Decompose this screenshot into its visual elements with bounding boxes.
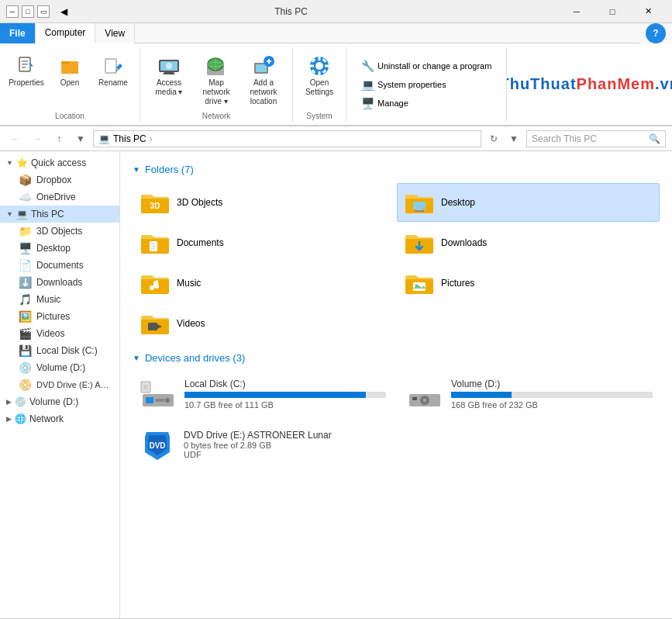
location-group-label: Location: [55, 109, 84, 120]
system-props-button[interactable]: 💻 System properties: [356, 76, 497, 93]
ribbon-tabs: File Computer View ?: [0, 23, 672, 43]
svg-rect-33: [416, 209, 422, 210]
map-drive-button[interactable]: Map network drive ▾: [195, 51, 238, 109]
dvd-drive-icon: DVD: [139, 426, 176, 463]
sidebar-item-music[interactable]: 🎵 Music: [12, 291, 119, 308]
videos-label: Videos: [36, 328, 64, 339]
up-button[interactable]: ↑: [50, 130, 68, 148]
maximize-button[interactable]: □: [594, 0, 630, 23]
folder-pictures-icon: [404, 269, 435, 297]
sidebar-item-desktop[interactable]: 🖥️ Desktop: [12, 240, 119, 257]
sidebar-item-onedrive[interactable]: ☁️ OneDrive: [12, 188, 119, 206]
sidebar-item-pictures[interactable]: 🖼️ Pictures: [12, 308, 119, 325]
access-media-button[interactable]: Access media ▾: [146, 51, 191, 99]
sidebar-item-dropbox[interactable]: 📦 Dropbox: [12, 171, 119, 188]
svg-rect-42: [148, 323, 157, 330]
svg-rect-44: [146, 397, 153, 403]
folder-music-icon: [140, 269, 171, 297]
sidebar-item-network[interactable]: ▶ 🌐 Network: [0, 410, 119, 427]
watermark-area: ThuThuatPhanMem.vn: [507, 47, 672, 122]
folder-pictures-label: Pictures: [441, 278, 474, 289]
manage-button[interactable]: 🖥️ Manage: [356, 95, 497, 112]
folder-downloads[interactable]: Downloads: [397, 223, 660, 262]
address-bar: ← → ↑ ▼ 💻 This PC › ↻ ▼ Search This PC 🔍: [0, 126, 672, 151]
folder-3d-objects[interactable]: 3D 3D Objects: [133, 183, 395, 222]
dvd-icon: 📀: [19, 379, 32, 391]
content-area: ▼ Folders (7) 3D 3D Objects: [120, 151, 672, 618]
back-button[interactable]: ←: [6, 130, 25, 148]
sidebar-item-quick-access[interactable]: ▼ ⭐ Quick access: [0, 154, 119, 171]
documents-icon: 📄: [19, 259, 32, 271]
search-placeholder: Search This PC: [532, 133, 597, 144]
sidebar-item-videos[interactable]: 🎬 Videos: [12, 325, 119, 342]
3d-objects-icon: 📁: [19, 225, 32, 237]
volume-d-icon: 💿: [19, 361, 32, 374]
folders-chevron[interactable]: ▼: [133, 165, 140, 174]
tab-file[interactable]: File: [0, 23, 36, 43]
volume-d2-icon: 💿: [15, 396, 26, 407]
refresh-button[interactable]: ↻: [484, 130, 503, 148]
sidebar: ▼ ⭐ Quick access 📦 Dropbox ☁️ OneDrive ▼…: [0, 151, 120, 618]
pictures-icon: 🖼️: [19, 310, 32, 323]
breadcrumb-computer: This PC: [113, 133, 146, 144]
devices-section-header: ▼ Devices and drives (3): [133, 352, 660, 364]
uninstall-button[interactable]: 🔧 Uninstall or change a program: [356, 57, 497, 74]
devices-chevron[interactable]: ▼: [133, 354, 140, 362]
dvd-space: 0 bytes free of 2.89 GB: [184, 441, 332, 450]
drive-volume-d[interactable]: Volume (D:) 168 GB free of 232 GB: [399, 372, 660, 417]
add-location-label: Add a network location: [243, 78, 284, 106]
folder-music[interactable]: Music: [133, 264, 395, 303]
forward-button[interactable]: →: [28, 130, 47, 148]
rename-label: Rename: [98, 78, 128, 88]
help-icon[interactable]: ?: [646, 23, 666, 43]
properties-button[interactable]: Properties: [6, 51, 47, 90]
folder-documents[interactable]: Documents: [133, 223, 395, 262]
rename-button[interactable]: Rename: [93, 51, 133, 90]
ribbon-group-network: Access media ▾ Map network drive ▾: [140, 47, 293, 122]
drive-local-disk-c[interactable]: Local Disk (C:) 10.7 GB free of 111 GB: [133, 372, 393, 417]
address-path[interactable]: 💻 This PC ›: [93, 130, 481, 147]
sidebar-item-this-pc[interactable]: ▼ 💻 This PC: [0, 206, 119, 223]
tab-computer[interactable]: Computer: [36, 23, 96, 43]
volume-d-space: 168 GB free of 232 GB: [451, 400, 653, 410]
open-button[interactable]: Open: [50, 51, 90, 90]
address-dropdown[interactable]: ▼: [505, 130, 523, 148]
svg-text:3D: 3D: [150, 202, 160, 210]
close-button[interactable]: ✕: [630, 0, 666, 23]
music-label: Music: [36, 294, 60, 305]
main-area: ▼ ⭐ Quick access 📦 Dropbox ☁️ OneDrive ▼…: [0, 151, 672, 618]
folders-grid: 3D 3D Objects Desktop: [133, 183, 660, 343]
quick-access-icon: ⭐: [16, 157, 28, 168]
sidebar-item-downloads[interactable]: ⬇️ Downloads: [12, 274, 119, 291]
svg-point-39: [154, 284, 159, 289]
drive-dvd[interactable]: DVD DVD Drive (E:) ASTRONEER Lunar 0 byt…: [133, 420, 660, 469]
title-text: This PC: [23, 6, 559, 17]
minimize-button[interactable]: ─: [559, 0, 594, 23]
onedrive-label: OneDrive: [36, 192, 76, 202]
ribbon-body: Properties Open: [0, 43, 672, 126]
recent-button[interactable]: ▼: [71, 130, 90, 148]
sidebar-item-volume-d2[interactable]: ▶ 💿 Volume (D:): [0, 393, 119, 410]
sidebar-item-dvd[interactable]: 📀 DVD Drive (E:) ASTR…: [12, 376, 119, 393]
address-controls: ↻ ▼: [484, 130, 523, 148]
properties-label: Properties: [9, 78, 44, 88]
window-controls: ─ □ ✕: [559, 0, 666, 23]
search-box[interactable]: Search This PC 🔍: [526, 130, 666, 147]
sidebar-item-3d-objects[interactable]: 📁 3D Objects: [12, 223, 119, 240]
sidebar-item-documents[interactable]: 📄 Documents: [12, 257, 119, 274]
folder-desktop[interactable]: Desktop: [397, 183, 660, 222]
svg-rect-51: [412, 397, 417, 400]
folder-pictures[interactable]: Pictures: [397, 264, 660, 303]
volume-d-name: Volume (D:): [451, 379, 653, 389]
quick-access-label: Quick access: [31, 157, 86, 168]
local-disk-c-name: Local Disk (C:): [184, 379, 386, 389]
sidebar-item-volume-d[interactable]: 💿 Volume (D:): [12, 359, 119, 376]
this-pc-chevron: ▼: [6, 210, 13, 218]
folder-videos[interactable]: Videos: [133, 304, 395, 343]
system-actions: 🔧 Uninstall or change a program 💻 System…: [346, 47, 507, 122]
svg-point-9: [166, 63, 172, 69]
add-location-button[interactable]: Add a network location: [241, 51, 286, 109]
sidebar-item-local-disk-c[interactable]: 💾 Local Disk (C:): [12, 342, 119, 359]
tab-view[interactable]: View: [95, 23, 135, 43]
open-settings-button[interactable]: Open Settings: [299, 51, 339, 99]
